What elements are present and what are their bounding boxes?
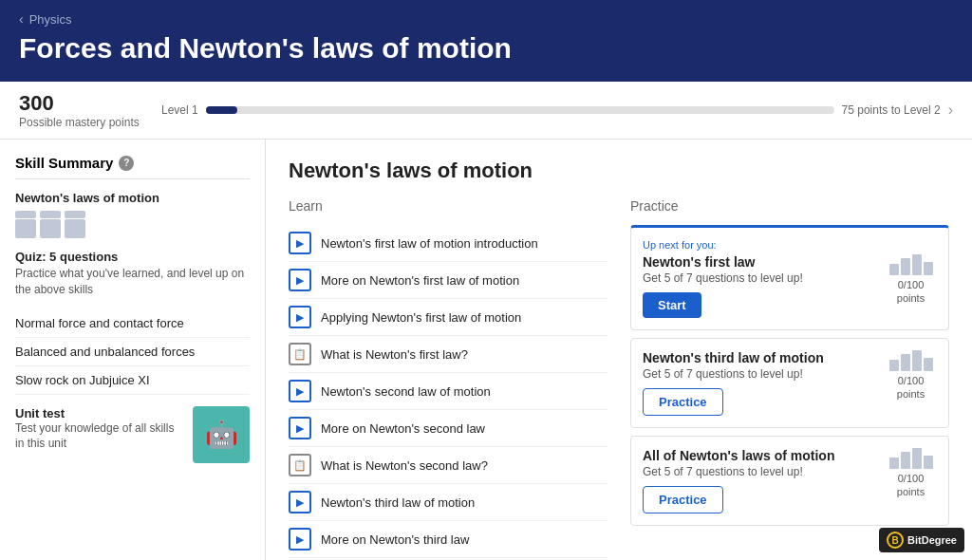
start-button[interactable]: Start (643, 292, 701, 318)
newtons-laws-section: Newton's laws of motion (15, 191, 250, 238)
unit-test-mascot[interactable]: 🤖 (193, 406, 250, 463)
points-bar-2 (901, 258, 910, 275)
points-bars (889, 350, 933, 371)
mastery-bar-bottom-2 (40, 219, 61, 238)
practice-card-title: Newton's third law of motion (643, 350, 877, 365)
practice-card-inner: All of Newton's laws of motion Get 5 of … (643, 448, 937, 513)
watermark-letter: B (891, 535, 898, 546)
practice-points-icon: 0/100 points (885, 448, 937, 497)
quiz-desc: Practice what you've learned, and level … (15, 266, 250, 298)
list-item[interactable]: 📋 What is Newton's first law? (289, 336, 608, 373)
page-header: ‹ Physics Forces and Newton's laws of mo… (0, 0, 972, 82)
mastery-icons (15, 211, 250, 238)
practice-card-subtitle: Get 5 of 7 questions to level up! (643, 367, 877, 381)
sidebar-link-normal-force[interactable]: Normal force and contact force (15, 309, 250, 338)
bitdegree-watermark: B BitDegree (879, 528, 964, 552)
quiz-title[interactable]: Quiz: 5 questions (15, 250, 250, 264)
practice-button[interactable]: Practice (643, 486, 723, 513)
mastery-number: 300 (19, 91, 142, 116)
practice-column-header: Practice (630, 198, 949, 214)
practice-card-inner: Newton's first law Get 5 of 7 questions … (643, 254, 937, 318)
practice-cards: Up next for you: Newton's first law Get … (630, 225, 949, 533)
progress-fill (206, 106, 237, 114)
learn-column: Learn ▶ Newton's first law of motion int… (289, 198, 608, 560)
video-icon: ▶ (289, 417, 311, 439)
list-item[interactable]: ▶ Applying Newton's first law of motion (289, 299, 608, 336)
video-icon: ▶ (289, 306, 311, 328)
points-bar-2 (901, 452, 910, 469)
learn-link: More on Newton's first law of motion (321, 273, 519, 288)
unit-test-title[interactable]: Unit test (15, 406, 183, 420)
watermark-logo: B (887, 532, 904, 549)
mastery-bar-bottom-1 (15, 219, 36, 238)
progress-section: 300 Possible mastery points Level 1 75 p… (0, 82, 972, 140)
content-area: Newton's laws of motion Learn ▶ Newton's… (266, 140, 972, 560)
practice-card-first-law: Up next for you: Newton's first law Get … (630, 225, 949, 330)
learn-link: Newton's third law of motion (321, 495, 475, 510)
learn-list: ▶ Newton's first law of motion introduct… (289, 225, 608, 560)
list-item[interactable]: ▶ Newton's second law of motion (289, 373, 608, 410)
video-icon: ▶ (289, 232, 311, 254)
sidebar-link-slow-rock[interactable]: Slow rock on Jubjuice XI (15, 366, 250, 395)
level-left-label: Level 1 (161, 103, 198, 117)
points-bar-3 (912, 448, 922, 469)
quiz-icon: 📋 (289, 343, 311, 365)
sidebar-section-title[interactable]: Newton's laws of motion (15, 191, 250, 205)
video-icon: ▶ (289, 491, 311, 513)
learn-link: Applying Newton's first law of motion (321, 310, 521, 325)
learn-link: Newton's first law of motion introductio… (321, 236, 538, 251)
sidebar-link-balanced-forces[interactable]: Balanced and unbalanced forces (15, 338, 250, 366)
practice-card-subtitle: Get 5 of 7 questions to level up! (643, 271, 877, 285)
unit-test-text: Unit test Test your knowledge of all ski… (15, 406, 183, 453)
progress-track (206, 106, 834, 114)
practice-button[interactable]: Practice (643, 388, 723, 416)
skill-summary-label: Skill Summary (15, 155, 113, 171)
back-arrow-icon: ‹ (19, 11, 24, 27)
up-next-label: Up next for you: (643, 239, 937, 251)
points-bar-2 (901, 354, 910, 371)
quiz-section: Quiz: 5 questions Practice what you've l… (15, 250, 250, 298)
list-item[interactable]: ▶ Newton's first law of motion introduct… (289, 225, 608, 262)
mastery-label: Possible mastery points (19, 116, 142, 129)
points-bar-1 (889, 360, 899, 371)
video-icon: ▶ (289, 528, 311, 551)
mastery-points-block: 300 Possible mastery points (19, 91, 142, 129)
points-value: 0/100 (898, 279, 925, 290)
breadcrumb-label: Physics (29, 12, 72, 27)
progress-bar-area: Level 1 75 points to Level 2 › (161, 102, 953, 119)
practice-points-icon: 0/100 points (885, 254, 937, 304)
practice-points-icon: 0/100 points (885, 350, 937, 400)
points-bar-4 (924, 262, 933, 275)
help-icon[interactable]: ? (119, 156, 134, 171)
progress-chevron-icon[interactable]: › (948, 102, 953, 119)
practice-card-inner: Newton's third law of motion Get 5 of 7 … (643, 350, 937, 416)
list-item[interactable]: ▶ Newton's third law of motion (289, 484, 608, 521)
mastery-group-1 (15, 211, 36, 238)
section-title: Newton's laws of motion (289, 159, 949, 183)
practice-card-subtitle: Get 5 of 7 questions to level up! (643, 465, 877, 478)
practice-card-title: All of Newton's laws of motion (643, 448, 877, 463)
sidebar: Skill Summary ? Newton's laws of motion (0, 140, 266, 560)
mastery-bar-bottom-3 (65, 219, 85, 238)
points-bar-1 (889, 457, 899, 469)
page-title: Forces and Newton's laws of motion (19, 32, 953, 65)
points-label: points (897, 486, 925, 497)
points-bar-4 (924, 456, 933, 469)
list-item[interactable]: ▶ More on Newton's second law (289, 410, 608, 447)
points-label: points (897, 292, 925, 304)
points-bars (889, 254, 933, 275)
points-bar-4 (924, 358, 933, 371)
list-item[interactable]: 📋 What is Newton's second law? (289, 447, 608, 484)
list-item[interactable]: ▶ More on Newton's first law of motion (289, 262, 608, 299)
learn-link: More on Newton's third law (321, 532, 469, 547)
points-label: points (897, 388, 925, 400)
learn-link: More on Newton's second law (321, 421, 485, 436)
practice-card-all-laws: All of Newton's laws of motion Get 5 of … (630, 436, 949, 526)
breadcrumb[interactable]: ‹ Physics (19, 11, 953, 27)
learn-column-header: Learn (289, 198, 608, 214)
mastery-bar-top-1 (15, 211, 36, 218)
skill-summary-header: Skill Summary ? (15, 155, 250, 179)
list-item[interactable]: ▶ More on Newton's third law (289, 521, 608, 558)
points-bar-3 (912, 254, 922, 275)
unit-test-desc: Test your knowledge of all skills in thi… (15, 420, 183, 453)
